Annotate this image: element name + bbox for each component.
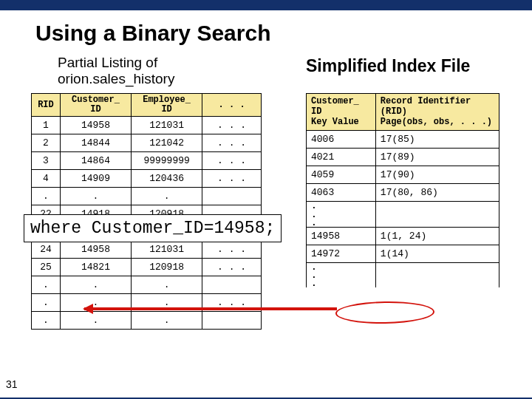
table-row: ... xyxy=(32,276,262,294)
red-circle-annotation xyxy=(335,301,435,324)
col-customer-id: Customer_ID xyxy=(60,94,131,117)
col-employee-id: Employee_ID xyxy=(132,94,202,117)
table-row: 149721(14) xyxy=(307,245,499,262)
red-arrow-annotation xyxy=(84,307,337,310)
ellipsis-row: . xyxy=(307,202,499,211)
table-row: 2414958121031. . . xyxy=(32,241,262,259)
orange-accent-tab xyxy=(21,0,61,10)
table-row: 400617(85) xyxy=(307,131,499,149)
right-table-body: 400617(85)402117(89)405917(90)406317(80,… xyxy=(307,131,499,287)
col-key-value: Customer_ ID Key Value xyxy=(307,94,376,131)
slide: SAS | THE POWER TO KNOW Using a Binary S… xyxy=(0,0,532,399)
table-row: 406317(80, 86) xyxy=(307,184,499,202)
ellipsis-row: . xyxy=(307,262,499,271)
table-row: 149581(1, 24) xyxy=(307,227,499,245)
header-decorative-dots xyxy=(380,0,421,10)
table-row: 114958121031. . . xyxy=(32,117,262,134)
table-row: ... xyxy=(32,188,262,205)
ellipsis-row: . xyxy=(307,219,499,228)
table-row: ... xyxy=(32,312,262,330)
col-record-identifier: Record Identifier (RID) Page(obs, obs, .… xyxy=(375,94,499,131)
table-row: 405917(90) xyxy=(307,166,499,184)
table-row: 2514821120918. . . xyxy=(32,259,262,276)
col-ellipsis: . . . xyxy=(202,94,262,117)
ellipsis-row: . xyxy=(307,211,499,219)
page-number: 31 xyxy=(6,378,18,390)
right-subtitle: Simplified Index File xyxy=(306,56,470,76)
table-row: 31486499999999. . . xyxy=(32,152,262,170)
table-row: 414909120436. . . xyxy=(32,170,262,188)
slide-title: Using a Binary Search xyxy=(35,21,270,46)
left-subtitle: Partial Listing of orion.sales_history xyxy=(58,55,174,87)
table-row: 214844121042. . . xyxy=(32,134,262,152)
ellipsis-row: . xyxy=(307,271,499,279)
sales-history-table: RID Customer_ID Employee_ID . . . 114958… xyxy=(31,93,262,330)
index-file-table: Customer_ ID Key Value Record Identifier… xyxy=(306,93,499,287)
table-row: 402117(89) xyxy=(307,149,499,166)
ellipsis-row: . xyxy=(307,279,499,287)
sas-logo: SAS | THE POWER TO KNOW xyxy=(406,0,519,10)
col-rid: RID xyxy=(32,94,61,117)
where-clause-overlay: where Customer_ID=14958; xyxy=(24,214,282,242)
